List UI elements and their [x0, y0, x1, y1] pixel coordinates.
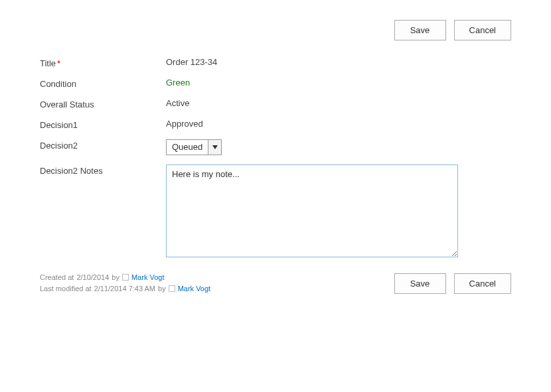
row-decision2-notes: Decision2 Notes: [40, 164, 511, 257]
metadata-block: Created at 2/10/2014 by Mark Vogt Last m…: [40, 272, 210, 294]
presence-icon: [122, 274, 129, 281]
cancel-button-top[interactable]: Cancel: [454, 20, 511, 40]
bottom-action-bar: Save Cancel: [394, 273, 511, 294]
value-decision1: Approved: [166, 119, 203, 129]
svg-marker-0: [212, 145, 218, 149]
row-condition: Condition Green: [40, 78, 511, 89]
decision2-select-value: Queued: [167, 140, 208, 155]
modified-meta: Last modified at 2/11/2014 7:43 AM by Ma…: [40, 283, 210, 294]
row-title: Title* Order 123-34: [40, 57, 511, 68]
cancel-button-bottom[interactable]: Cancel: [454, 273, 511, 294]
label-condition: Condition: [40, 78, 166, 89]
created-meta: Created at 2/10/2014 by Mark Vogt: [40, 272, 210, 283]
label-decision2-notes: Decision2 Notes: [40, 164, 166, 176]
chevron-down-icon: [208, 140, 221, 155]
value-condition: Green: [166, 78, 190, 88]
save-button-bottom[interactable]: Save: [394, 273, 446, 294]
top-action-bar: Save Cancel: [40, 20, 511, 40]
label-decision1: Decision1: [40, 119, 166, 130]
presence-icon: [169, 285, 175, 292]
value-overall-status: Active: [166, 98, 189, 108]
label-title: Title*: [40, 57, 166, 68]
label-overall-status: Overall Status: [40, 98, 166, 109]
row-decision1: Decision1 Approved: [40, 119, 511, 130]
row-overall-status: Overall Status Active: [40, 98, 511, 109]
created-by-user[interactable]: Mark Vogt: [131, 272, 165, 283]
value-title: Order 123-34: [166, 57, 217, 67]
save-button-top[interactable]: Save: [394, 20, 446, 40]
label-decision2: Decision2: [40, 139, 166, 151]
modified-by-user[interactable]: Mark Vogt: [178, 283, 211, 294]
decision2-notes-textarea[interactable]: [166, 164, 458, 257]
required-asterisk: *: [57, 58, 60, 68]
decision2-select[interactable]: Queued: [166, 139, 222, 155]
row-decision2: Decision2 Queued: [40, 139, 511, 155]
